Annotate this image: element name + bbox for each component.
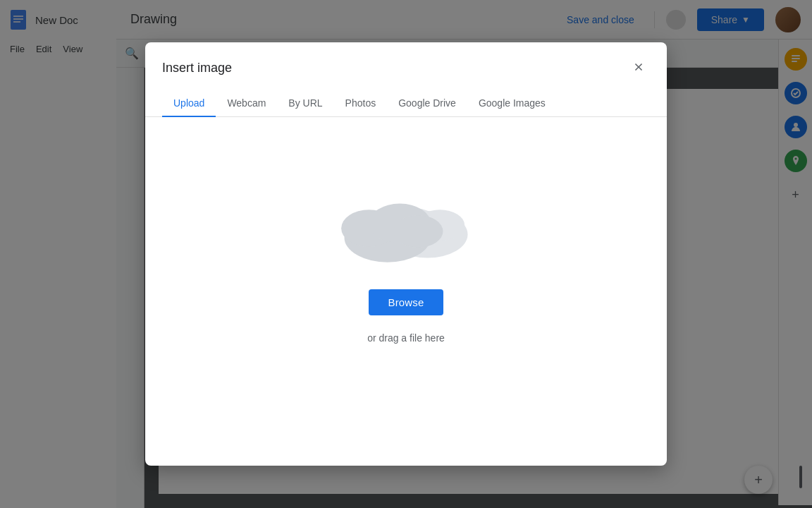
tab-googleimages[interactable]: Google Images	[467, 90, 557, 117]
drag-drop-text: or drag a file here	[367, 332, 445, 344]
tab-upload[interactable]: Upload	[162, 90, 216, 117]
tab-webcam[interactable]: Webcam	[216, 90, 277, 117]
dialog-close-button[interactable]	[627, 56, 650, 79]
browse-button[interactable]: Browse	[369, 289, 444, 315]
tab-googledrive[interactable]: Google Drive	[387, 90, 467, 117]
svg-point-17	[394, 215, 443, 248]
dialog-title: Insert image	[162, 61, 232, 75]
close-icon	[632, 61, 645, 74]
dialog-tabs: Upload Webcam By URL Photos Google Drive…	[145, 90, 667, 117]
tab-photos[interactable]: Photos	[334, 90, 388, 117]
upload-area: Browse or drag a file here	[145, 117, 667, 400]
tab-byurl[interactable]: By URL	[277, 90, 333, 117]
insert-image-dialog: Insert image Upload Webcam By URL Photos…	[145, 42, 667, 466]
dialog-header: Insert image	[145, 42, 667, 79]
cloud-upload-icon	[321, 159, 491, 272]
